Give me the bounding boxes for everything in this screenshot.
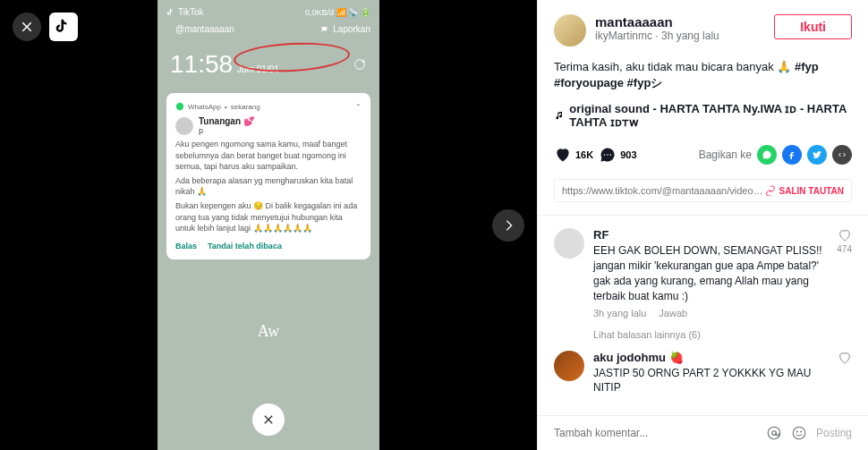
mark-read-action[interactable]: Tandai telah dibaca — [208, 242, 282, 250]
whatsapp-notification: WhatsApp • sekarang ⌃ Tunangan 💕 p Aku p… — [166, 93, 370, 259]
user-meta: ikyMartinmc · 3h yang lalu — [595, 30, 719, 42]
comment-avatar[interactable] — [554, 351, 584, 381]
report-button[interactable]: Laporkan — [320, 24, 370, 34]
svg-point-9 — [796, 431, 797, 432]
tiktok-icon — [55, 18, 72, 36]
emoji-icon[interactable] — [791, 425, 807, 441]
post-button[interactable]: Posting — [816, 427, 852, 439]
comment-reply[interactable]: Jawab — [659, 308, 687, 318]
tiktok-label: TikTok — [178, 7, 204, 17]
share-whatsapp[interactable] — [757, 145, 777, 165]
like-button[interactable]: 16K — [554, 146, 593, 164]
comment-input-row: Posting — [538, 415, 868, 450]
close-button[interactable] — [13, 13, 41, 41]
comments-list: RF EEH GAK BOLEH DOWN, SEMANGAT PLISS!! … — [538, 215, 868, 415]
view-replies-button[interactable]: Lihat balasan lainnya (6) — [538, 327, 868, 342]
user-avatar[interactable] — [554, 14, 586, 47]
heart-outline-icon — [838, 228, 852, 242]
comment-text: EEH GAK BOLEH DOWN, SEMANGAT PLISS!! jan… — [593, 243, 828, 303]
comment-user[interactable]: RF — [593, 228, 828, 242]
notification-icon — [353, 57, 367, 72]
comment-like-button[interactable]: 474 — [837, 228, 852, 318]
music-icon — [554, 109, 564, 122]
share-label: Bagikan ke — [699, 149, 752, 161]
tiktok-logo[interactable] — [49, 13, 78, 41]
whatsapp-icon — [762, 149, 772, 160]
svg-point-10 — [801, 431, 802, 432]
comment-user[interactable]: aku jodohmu 🍓 — [593, 351, 829, 364]
chevron-right-icon — [501, 218, 515, 233]
tiktok-handle: @mantaaaaan — [166, 24, 243, 34]
contact-avatar — [175, 117, 193, 135]
contact-name: Tunangan 💕 — [199, 116, 254, 126]
overlay-text: Aw — [258, 322, 279, 341]
comment-avatar[interactable] — [554, 228, 584, 259]
svg-point-8 — [793, 427, 805, 439]
comment-input[interactable] — [554, 427, 757, 439]
svg-point-5 — [610, 155, 612, 157]
username[interactable]: mantaaaaan — [595, 14, 719, 30]
share-facebook[interactable] — [782, 145, 802, 165]
facebook-icon — [787, 149, 797, 160]
svg-point-1 — [362, 60, 365, 63]
video-panel: TikTok 0,0KB/d 📶 📡 🔋 @mantaaaaan Laporka… — [0, 0, 537, 450]
heart-outline-icon — [838, 351, 852, 365]
reply-action[interactable]: Balas — [175, 242, 197, 250]
embed-icon — [837, 149, 847, 160]
share-embed[interactable] — [832, 145, 852, 165]
svg-point-7 — [772, 431, 777, 436]
copy-link-button[interactable]: SALIN TAUTAN — [765, 185, 844, 196]
comment-time: 3h yang lalu — [593, 308, 646, 318]
comment-like-button[interactable] — [838, 351, 852, 396]
video-url: https://www.tiktok.com/@mantaaaaan/video… — [562, 185, 765, 196]
close-icon — [261, 412, 276, 427]
svg-point-3 — [604, 155, 606, 157]
music-link[interactable]: original sound - HARTA TAHTA Ny.IWA ɪᴅ -… — [538, 95, 868, 136]
link-icon — [765, 185, 776, 196]
tiktok-small-icon — [166, 8, 175, 17]
twitter-icon — [812, 149, 822, 160]
comment-button[interactable]: 903 — [599, 146, 636, 164]
svg-point-2 — [176, 103, 183, 110]
heart-icon — [554, 146, 572, 164]
details-panel: mantaaaaan ikyMartinmc · 3h yang lalu Ik… — [537, 0, 868, 450]
close-icon — [19, 19, 35, 35]
comment-item: RF EEH GAK BOLEH DOWN, SEMANGAT PLISS!! … — [538, 219, 868, 327]
whatsapp-icon — [175, 102, 184, 111]
user-block[interactable]: mantaaaaan ikyMartinmc · 3h yang lalu — [554, 14, 719, 47]
comment-text: JASTIP 50 ORNG PART 2 YOKKKK YG MAU NITI… — [593, 366, 829, 396]
phone-screenshot: TikTok 0,0KB/d 📶 📡 🔋 @mantaaaaan Laporka… — [157, 0, 379, 450]
share-twitter[interactable] — [807, 145, 827, 165]
follow-button[interactable]: Ikuti — [774, 14, 852, 39]
flag-icon — [320, 25, 329, 34]
phone-close-button[interactable] — [252, 403, 285, 436]
phone-status: 0,0KB/d — [305, 8, 334, 17]
comment-icon — [599, 146, 617, 164]
at-icon[interactable] — [766, 425, 782, 441]
svg-point-4 — [607, 155, 608, 157]
next-button[interactable] — [492, 209, 524, 242]
comment-item: aku jodohmu 🍓 JASTIP 50 ORNG PART 2 YOKK… — [538, 342, 868, 405]
caption: Terima kasih, aku tidak mau bicara banya… — [538, 55, 868, 95]
clock-time: 11:58 — [170, 50, 233, 79]
